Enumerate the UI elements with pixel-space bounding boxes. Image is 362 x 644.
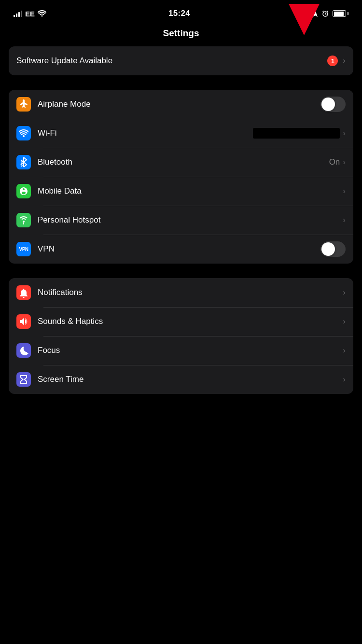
wifi-setting-icon	[19, 129, 28, 137]
airplane-icon	[19, 99, 28, 109]
sounds-haptics-chevron-icon: ›	[343, 317, 346, 326]
bluetooth-setting-icon	[20, 157, 28, 168]
software-update-banner[interactable]: Software Update Available 1 ›	[9, 46, 353, 75]
wifi-status-icon	[38, 10, 46, 17]
settings-content: Software Update Available 1 › Airplane M…	[0, 46, 362, 394]
screen-time-icon	[16, 372, 31, 387]
hourglass-icon	[19, 374, 28, 385]
svg-line-2	[325, 14, 326, 14]
bell-icon	[19, 287, 28, 298]
screen-time-row[interactable]: Screen Time ›	[9, 365, 353, 394]
vpn-toggle[interactable]	[320, 241, 346, 257]
wifi-chevron-icon: ›	[343, 128, 346, 138]
wifi-value-redacted	[253, 128, 340, 139]
nav-bar: Settings	[0, 24, 362, 46]
system-settings-group: Notifications › Sounds & Haptics › Focus	[9, 278, 353, 394]
moon-icon	[19, 346, 28, 355]
update-badge: 1	[327, 56, 338, 66]
speaker-icon	[18, 317, 29, 326]
airplane-mode-label: Airplane Mode	[38, 99, 320, 109]
svg-line-4	[327, 11, 328, 12]
wifi-row[interactable]: Wi-Fi ›	[9, 119, 353, 148]
airplane-mode-icon	[16, 97, 31, 112]
notifications-chevron-icon: ›	[343, 288, 346, 297]
bluetooth-icon	[16, 155, 31, 169]
mobile-data-setting-icon	[19, 186, 28, 196]
vpn-toggle-knob	[321, 242, 335, 256]
svg-line-3	[323, 11, 324, 12]
signal-bars-icon	[14, 10, 22, 17]
bluetooth-label: Bluetooth	[38, 157, 329, 167]
focus-icon	[16, 343, 31, 358]
personal-hotspot-chevron-icon: ›	[343, 215, 346, 225]
vpn-label: VPN	[38, 244, 320, 254]
sounds-haptics-icon	[16, 314, 31, 329]
status-time: 15:24	[168, 9, 190, 18]
carrier-label: EE	[25, 10, 35, 18]
hotspot-setting-icon	[19, 215, 28, 225]
sounds-haptics-label: Sounds & Haptics	[38, 317, 343, 326]
bluetooth-chevron-icon: ›	[343, 157, 346, 167]
update-chevron-icon: ›	[343, 56, 346, 66]
focus-row[interactable]: Focus ›	[9, 336, 353, 365]
vpn-icon: VPN	[16, 242, 31, 256]
mobile-data-row[interactable]: Mobile Data ›	[9, 177, 353, 206]
mobile-data-label: Mobile Data	[38, 186, 343, 196]
status-left: EE	[14, 10, 46, 18]
airplane-mode-toggle[interactable]	[320, 97, 346, 112]
bluetooth-value: On	[329, 157, 340, 167]
wifi-label: Wi-Fi	[38, 128, 253, 138]
mobile-data-chevron-icon: ›	[343, 186, 346, 196]
svg-point-6	[23, 221, 25, 223]
network-settings-group: Airplane Mode Wi-Fi ›	[9, 90, 353, 264]
bluetooth-row[interactable]: Bluetooth On ›	[9, 148, 353, 177]
screen-time-label: Screen Time	[38, 375, 343, 384]
vpn-icon-text: VPN	[19, 247, 28, 252]
svg-rect-7	[23, 223, 24, 224]
focus-chevron-icon: ›	[343, 346, 346, 355]
personal-hotspot-icon	[16, 213, 31, 227]
airplane-mode-toggle-knob	[321, 98, 335, 111]
sounds-haptics-row[interactable]: Sounds & Haptics ›	[9, 307, 353, 336]
wifi-icon	[16, 126, 31, 140]
personal-hotspot-row[interactable]: Personal Hotspot ›	[9, 206, 353, 235]
annotation-arrow	[289, 4, 320, 35]
mobile-data-icon	[16, 184, 31, 198]
screen-time-chevron-icon: ›	[343, 375, 346, 384]
notifications-icon	[16, 285, 31, 300]
vpn-row[interactable]: VPN VPN	[9, 235, 353, 264]
personal-hotspot-label: Personal Hotspot	[38, 215, 343, 225]
update-banner-label: Software Update Available	[16, 56, 327, 66]
notifications-row[interactable]: Notifications ›	[9, 278, 353, 307]
battery-indicator	[333, 10, 348, 17]
alarm-icon	[322, 10, 329, 17]
notifications-label: Notifications	[38, 288, 343, 297]
airplane-mode-row[interactable]: Airplane Mode	[9, 90, 353, 119]
focus-label: Focus	[38, 346, 343, 355]
